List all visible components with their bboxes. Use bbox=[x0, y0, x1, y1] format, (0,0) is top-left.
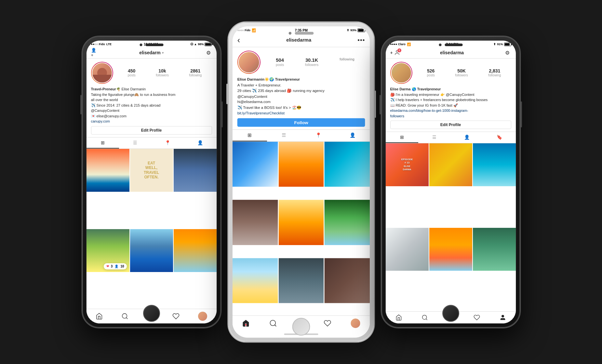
img-palm bbox=[324, 200, 369, 245]
follow-button-center[interactable]: Follow bbox=[237, 118, 365, 126]
instagram-screen-left: ●●○○ Fido LTE 10:12 AM ☹ ▲ 98% bbox=[87, 41, 217, 323]
episode-text: EPISODE# 13ELISEDARMA bbox=[401, 158, 413, 172]
photo-grid-left: EATWELL,TRAVELOFTEN. ❤ 3 👤 10 bbox=[87, 149, 217, 309]
speaker-center bbox=[295, 32, 314, 34]
photo-r4 bbox=[386, 228, 429, 271]
status-right-center: ⬆ 93% bbox=[346, 28, 365, 32]
profile-icon-right[interactable] bbox=[500, 314, 506, 321]
profile-bio-center: Elise Darmanin☀️🌍 Travelpreneur A Travel… bbox=[237, 77, 365, 116]
avatar-left bbox=[92, 62, 113, 83]
img-sunset3 bbox=[429, 228, 472, 271]
add-user-icon-left[interactable]: 👤+ bbox=[91, 49, 98, 56]
tab-grid-center[interactable]: ⊞ bbox=[232, 130, 267, 141]
speaker-left bbox=[145, 44, 163, 46]
stat-followers-center: 30.1K followers bbox=[305, 57, 318, 67]
photo-r6 bbox=[473, 228, 516, 271]
following-num-center: following bbox=[339, 57, 354, 61]
photo-c5 bbox=[278, 200, 324, 245]
profile-link-center[interactable]: bit.ly/TravelpreneurChecklist bbox=[237, 111, 284, 115]
battery-fill-right bbox=[505, 43, 510, 46]
stat-following-center: following bbox=[339, 57, 354, 67]
status-left-center: ○○○○ Fido 📶 bbox=[237, 28, 256, 32]
img-arch bbox=[278, 142, 324, 187]
profile-link-left[interactable]: canupy.com bbox=[91, 119, 110, 123]
photo-cell-6-left bbox=[174, 229, 217, 272]
heart-icon-badge: ❤ bbox=[106, 265, 109, 268]
profile-icon-center[interactable] bbox=[350, 318, 360, 328]
tab-grid-left[interactable]: ⊞ bbox=[87, 137, 119, 149]
photo-cell-5-left bbox=[130, 229, 173, 272]
home-button-right[interactable] bbox=[442, 305, 459, 322]
username-text-center: elisedarma bbox=[286, 37, 311, 43]
heart-icon-right[interactable] bbox=[474, 314, 480, 321]
posts-num-right: 526 bbox=[427, 68, 435, 74]
username-text-left: elisedarm bbox=[139, 50, 160, 55]
search-icon-left[interactable] bbox=[121, 313, 128, 320]
img-episode: EPISODE# 13ELISEDARMA bbox=[386, 143, 429, 186]
add-icon-right: + bbox=[390, 50, 393, 55]
search-icon-center[interactable] bbox=[269, 319, 277, 327]
photo-c3 bbox=[324, 142, 369, 187]
tab-grid-right[interactable]: ⊞ bbox=[386, 132, 418, 143]
avatar-right bbox=[391, 62, 412, 83]
time-center: 7:35 PM bbox=[295, 28, 308, 32]
home-active-dot bbox=[245, 324, 247, 326]
heart-icon-left[interactable] bbox=[172, 313, 180, 320]
more-button-center[interactable]: ••• bbox=[357, 36, 365, 44]
photo-cell-3-left bbox=[174, 149, 217, 192]
screen-left: ●●○○ Fido LTE 10:12 AM ☹ ▲ 98% bbox=[86, 40, 217, 324]
stat-followers-right: 50K followers bbox=[455, 68, 468, 78]
carrier-center: ○○○○ Fido bbox=[237, 29, 250, 32]
tab-tagged-center[interactable]: 👤 bbox=[335, 130, 370, 141]
tab-list-right[interactable]: ☰ bbox=[418, 132, 451, 143]
photo-c4 bbox=[232, 200, 277, 245]
tab-bookmark-right[interactable]: 🔖 bbox=[483, 132, 516, 143]
settings-icon-right[interactable]: ⚙ bbox=[504, 49, 511, 56]
story-ring-center bbox=[237, 51, 260, 74]
home-icon-center[interactable] bbox=[242, 319, 249, 327]
battery-fill-left bbox=[205, 43, 211, 46]
img-bag bbox=[386, 228, 429, 271]
tab-list-left[interactable]: ☰ bbox=[119, 137, 152, 149]
following-label-left: following bbox=[189, 73, 202, 77]
battery-icon-right bbox=[504, 43, 511, 46]
grid-tabs-right: ⊞ ☰ 👤 🔖 bbox=[386, 132, 516, 143]
battery-fill-center bbox=[358, 29, 364, 31]
img-buildings bbox=[278, 258, 324, 303]
svg-point-14 bbox=[502, 315, 504, 318]
home-button-left[interactable] bbox=[143, 305, 160, 322]
tab-location-left[interactable]: 📍 bbox=[152, 137, 184, 149]
username-left: elisedarm ▾ bbox=[139, 50, 163, 55]
tab-tagged-left[interactable]: 👤 bbox=[184, 137, 217, 149]
front-camera-right bbox=[439, 44, 441, 46]
img-beach-sand bbox=[232, 258, 277, 303]
tab-list-center[interactable]: ☰ bbox=[267, 130, 301, 141]
tab-tagged-right[interactable]: 👤 bbox=[451, 132, 483, 143]
back-button-center[interactable]: ‹ bbox=[237, 35, 240, 45]
network-left: LTE bbox=[106, 43, 112, 46]
add-user-wrap-right[interactable]: + 3 bbox=[390, 50, 400, 56]
heart-icon-center[interactable] bbox=[324, 319, 331, 327]
story-ring-right bbox=[390, 62, 412, 84]
stat-posts-left: 450 posts bbox=[128, 68, 136, 78]
profile-icon-left[interactable] bbox=[198, 312, 207, 321]
profile-link-right[interactable]: elisedarma.com/blog/how-to-get-1000-inst… bbox=[390, 109, 468, 118]
photo-cell-1-left bbox=[87, 149, 129, 192]
photo-c6 bbox=[324, 200, 369, 245]
battery-pct-right: 91% bbox=[497, 43, 503, 46]
battery-icon-left bbox=[205, 43, 212, 46]
dropdown-arrow-left: ▾ bbox=[162, 51, 164, 55]
home-icon-right[interactable] bbox=[395, 314, 402, 321]
stat-posts-center: 504 posts bbox=[276, 57, 284, 67]
home-icon-left[interactable] bbox=[96, 313, 103, 320]
edit-profile-button-left[interactable]: Edit Profile bbox=[91, 126, 212, 135]
settings-icon-left[interactable]: ⚙ bbox=[205, 49, 212, 56]
posts-label-right: posts bbox=[427, 73, 435, 77]
home-button-center[interactable] bbox=[292, 318, 310, 336]
following-num-left: 2861 bbox=[190, 68, 200, 74]
photo-3-left bbox=[174, 149, 217, 192]
tab-location-center[interactable]: 📍 bbox=[301, 130, 336, 141]
search-icon-right[interactable] bbox=[421, 314, 428, 321]
username-right: elisedarma bbox=[440, 50, 464, 55]
edit-profile-button-right[interactable]: Edit Profile bbox=[390, 121, 511, 129]
